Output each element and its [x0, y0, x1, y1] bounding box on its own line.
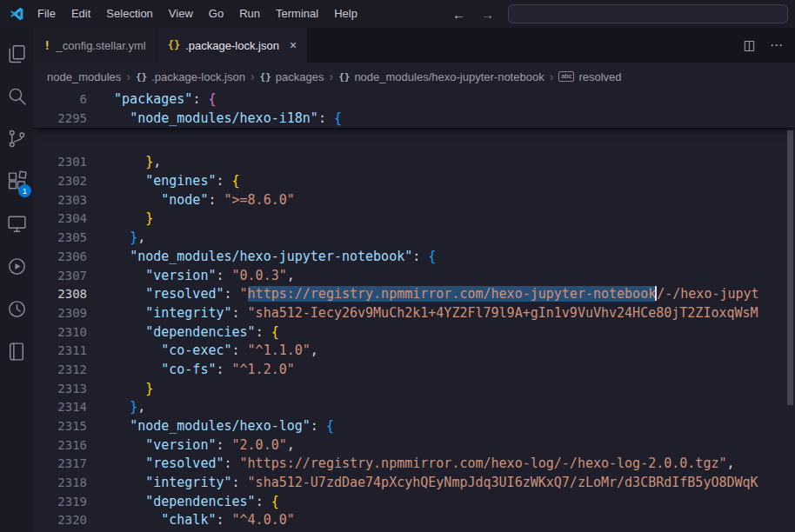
breadcrumb-item[interactable]: node_modules — [47, 70, 121, 83]
code-line-6[interactable]: 6 "packages": { — [33, 90, 795, 110]
code-line-2304[interactable]: 2304 } — [33, 209, 795, 229]
source-control-icon[interactable] — [0, 122, 33, 155]
line-number[interactable]: 2310 — [33, 323, 87, 342]
code-token: : — [232, 305, 248, 321]
code-line-2314[interactable]: 2314 }, — [33, 398, 795, 417]
code-token — [98, 173, 145, 189]
line-number[interactable]: 2319 — [33, 493, 87, 512]
editor[interactable]: 6 "packages": {2295 "node_modules/hexo-i… — [33, 90, 795, 532]
breadcrumb-separator-icon: › — [329, 70, 333, 83]
code-line-2309[interactable]: 2309 "integrity": "sha512-Iecy26v9MuCh2k… — [33, 304, 795, 323]
line-content: "node": ">=8.6.0" — [87, 191, 295, 210]
code-area[interactable]: 2301 },2302 "engines": {2303 "node": ">=… — [33, 129, 795, 530]
code-token: { — [334, 110, 342, 126]
code-token — [98, 91, 114, 107]
line-number[interactable]: 2313 — [33, 380, 87, 399]
code-line-2317[interactable]: 2317 "resolved": "https://registry.npmmi… — [33, 455, 795, 474]
line-number[interactable]: 2316 — [33, 436, 87, 456]
tab-config-stellar-yml[interactable]: !_config.stellar.yml — [33, 28, 157, 63]
code-token: : — [216, 437, 231, 453]
code-line-2316[interactable]: 2316 "version": "2.0.0", — [33, 436, 795, 456]
close-icon[interactable]: × — [290, 38, 297, 52]
line-number[interactable]: 2318 — [33, 474, 87, 493]
menu-edit[interactable]: Edit — [63, 7, 98, 20]
more-actions-icon[interactable]: ⋯ — [770, 37, 783, 53]
line-number[interactable]: 2309 — [33, 304, 87, 323]
code-token: } — [145, 210, 153, 226]
code-line-2312[interactable]: 2312 "co-fs": "^1.2.0" — [33, 361, 795, 380]
code-line-2308[interactable]: 2308 "resolved": "https://registry.npmmi… — [33, 285, 795, 304]
code-token — [98, 418, 130, 434]
command-center-searchbox[interactable] — [508, 4, 788, 23]
menu-help[interactable]: Help — [326, 7, 365, 20]
code-token: "node_modules/hexo-jupyter-notebook" — [130, 249, 412, 264]
line-number[interactable]: 2307 — [33, 267, 87, 286]
breadcrumb-item[interactable]: {}node_modules/hexo-jupyter-notebook — [338, 70, 544, 83]
line-number[interactable]: 2305 — [33, 229, 87, 248]
code-line-2307[interactable]: 2307 "version": "0.0.3", — [33, 267, 795, 286]
remote-explorer-icon[interactable] — [0, 207, 33, 240]
code-line-2310[interactable]: 2310 "dependencies": { — [33, 323, 795, 342]
workbench: 1 !_config.stellar.yml{}.package-lock.js… — [0, 28, 795, 532]
line-number[interactable]: 2295 — [33, 110, 87, 129]
line-number[interactable]: 2301 — [33, 153, 87, 172]
line-number[interactable]: 6 — [33, 90, 87, 110]
menu-file[interactable]: File — [30, 7, 63, 20]
line-number[interactable]: 2306 — [33, 248, 87, 267]
menu-run[interactable]: Run — [231, 7, 268, 20]
breadcrumb-label: resolved — [578, 70, 621, 83]
explorer-icon[interactable] — [0, 37, 33, 70]
code-token: "sha512-Iecy26v9MuCh2k1+4YZ2Fl79l9A+gIn1… — [248, 305, 758, 321]
code-line-2313[interactable]: 2313 } — [33, 380, 795, 399]
activity-bar: 1 — [0, 28, 33, 532]
breadcrumb-item[interactable]: {}packages — [260, 70, 324, 83]
code-line-2320[interactable]: 2320 "chalk": "^4.0.0" — [33, 511, 795, 530]
timeline-icon[interactable] — [0, 292, 33, 325]
menu-terminal[interactable]: Terminal — [268, 7, 326, 20]
code-line-2315[interactable]: 2315 "node_modules/hexo-log": { — [33, 417, 795, 436]
line-number[interactable]: 2302 — [33, 172, 87, 191]
code-token: : — [412, 249, 428, 264]
code-token: "dependencies" — [145, 324, 255, 340]
code-token: , — [137, 399, 145, 415]
line-number[interactable]: 2312 — [33, 361, 87, 380]
code-line-2295[interactable]: 2295 "node_modules/hexo-i18n": { — [33, 110, 795, 129]
line-number[interactable]: 2315 — [33, 417, 87, 436]
vertical-scrollbar[interactable] — [787, 130, 793, 405]
menu-selection[interactable]: Selection — [98, 7, 160, 20]
breadcrumb-item[interactable]: {}.package-lock.json — [136, 70, 245, 83]
line-number[interactable]: 2303 — [33, 191, 87, 210]
code-token: : — [208, 192, 224, 208]
code-token: , — [153, 154, 161, 170]
split-editor-icon[interactable]: ◫ — [744, 37, 756, 53]
line-number[interactable]: 2308 — [33, 285, 87, 304]
code-token: "sha512-U7zdDae74pXcyhQEyNmpJdq3UI6zWKxQ… — [248, 475, 758, 490]
line-content: "integrity": "sha512-Iecy26v9MuCh2k1+4YZ… — [87, 304, 758, 323]
line-number[interactable]: 2304 — [33, 209, 87, 229]
code-line-2301[interactable]: 2301 }, — [33, 153, 795, 172]
code-line-2318[interactable]: 2318 "integrity": "sha512-U7zdDae74pXcyh… — [33, 474, 795, 493]
code-token: { — [428, 249, 436, 264]
menu-view[interactable]: View — [161, 7, 201, 20]
line-number[interactable]: 2311 — [33, 342, 87, 361]
forward-arrow-icon[interactable]: → — [481, 7, 494, 22]
line-number[interactable]: 2320 — [33, 511, 87, 530]
code-line-2306[interactable]: 2306 "node_modules/hexo-jupyter-notebook… — [33, 248, 795, 267]
search-icon[interactable] — [0, 79, 33, 112]
live-share-icon[interactable] — [0, 249, 33, 283]
breadcrumb-item[interactable]: abcresolved — [558, 70, 621, 83]
code-line-2305[interactable]: 2305 }, — [33, 229, 795, 248]
code-line-2303[interactable]: 2303 "node": ">=8.6.0" — [33, 191, 795, 210]
back-arrow-icon[interactable]: ← — [452, 7, 465, 22]
code-line-2311[interactable]: 2311 "co-exec": "^1.1.0", — [33, 342, 795, 361]
menu-go[interactable]: Go — [201, 7, 231, 20]
code-token: "https://registry.npmmirror.com/hexo-log… — [240, 456, 727, 471]
extensions-icon[interactable]: 1 — [0, 164, 33, 197]
line-number[interactable]: 2317 — [33, 455, 87, 474]
code-line-2319[interactable]: 2319 "dependencies": { — [33, 493, 795, 512]
line-number[interactable]: 2314 — [33, 398, 87, 417]
tab-package-lock-json[interactable]: {}.package-lock.json× — [157, 28, 308, 63]
code-token: , — [137, 229, 145, 245]
code-line-2302[interactable]: 2302 "engines": { — [33, 172, 795, 191]
notebook-icon[interactable] — [0, 335, 33, 368]
